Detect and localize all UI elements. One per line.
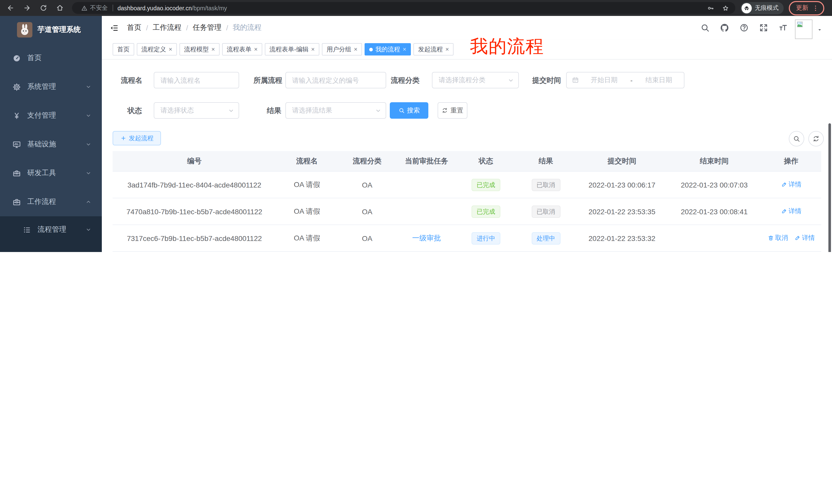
sidebar-menu: 首页 系统管理 支付管理 基础设施 研发工具 工作流程 流程管理 任务管理 我的… — [0, 44, 102, 252]
sidebar-item[interactable]: 首页 — [0, 44, 102, 73]
close-icon[interactable]: × — [254, 46, 258, 52]
avatar-caret-icon[interactable] — [816, 27, 823, 33]
sidebar-fold-button[interactable] — [108, 22, 120, 33]
filter-time-range[interactable]: 开始日期 - 结束日期 — [566, 72, 684, 88]
tab[interactable]: 流程定义 × — [137, 43, 177, 55]
sidebar-item[interactable]: 流程管理 — [0, 216, 102, 243]
menu-label: 首页 — [27, 53, 42, 63]
content: 流程名 所属流程 流程分类 请选择流程分类 提交时间 开始日期 - — [102, 60, 832, 252]
sidebar-item[interactable]: 系统管理 — [0, 73, 102, 101]
show-search-button[interactable] — [789, 131, 804, 146]
filter-name-input[interactable] — [154, 72, 239, 88]
sidebar-item[interactable]: 研发工具 — [0, 159, 102, 188]
chevron-down-icon — [508, 77, 514, 83]
browser-menu-icon[interactable] — [812, 4, 819, 11]
url-text: dashboard.yudao.iocoder.cn/bpm/task/my — [118, 5, 227, 11]
tab[interactable]: 发起流程 × — [413, 43, 453, 55]
security-status[interactable]: 不安全 — [81, 4, 108, 12]
tab[interactable]: 流程模型 × — [179, 43, 219, 55]
browser-forward-button[interactable] — [21, 2, 33, 14]
result-placeholder: 请选择流结果 — [286, 106, 375, 115]
sidebar-item[interactable]: 任务管理 — [0, 243, 102, 252]
column-header: 结果 — [515, 151, 576, 171]
cell-status: 已完成 — [457, 251, 515, 252]
filter-status-label: 状态 — [128, 102, 142, 119]
refresh-table-button[interactable] — [808, 131, 824, 146]
cell-status: 进行中 — [457, 225, 515, 251]
help-icon[interactable] — [739, 23, 749, 32]
password-key-icon[interactable] — [707, 4, 714, 11]
cell-result: 处理中 — [515, 225, 576, 251]
cell-name: OA 请假 — [276, 198, 338, 225]
table-row: 7317cec6-7b9b-11ec-b5b7-acde48001122 OA … — [113, 225, 821, 251]
browser-home-button[interactable] — [53, 2, 66, 14]
close-icon[interactable]: × — [169, 46, 172, 52]
cell-category: OA — [338, 171, 396, 198]
task-link[interactable]: 一级审批 — [412, 233, 441, 242]
close-icon[interactable]: × — [211, 46, 215, 52]
breadcrumb-item[interactable]: 首页 — [127, 23, 141, 32]
close-icon[interactable]: × — [402, 46, 406, 52]
tab[interactable]: 我的流程 × — [365, 43, 411, 55]
close-icon[interactable]: × — [354, 46, 357, 52]
tab-label: 我的流程 — [375, 45, 400, 54]
sidebar-item[interactable]: 工作流程 — [0, 188, 102, 216]
browser-reload-button[interactable] — [37, 2, 49, 14]
hamburger-icon — [110, 23, 119, 32]
font-size-icon[interactable] — [779, 23, 788, 32]
breadcrumb-item[interactable]: 任务管理 — [193, 23, 222, 32]
action-link[interactable]: 取消 — [768, 234, 788, 243]
action-label: 取消 — [775, 234, 788, 243]
tab[interactable]: 流程表单 × — [222, 43, 262, 55]
app-logo[interactable]: 芋道管理系统 — [0, 16, 102, 44]
tab-label: 首页 — [117, 45, 130, 54]
browser-back-button[interactable] — [4, 2, 17, 14]
cell-category: OA — [338, 198, 396, 225]
filter-status-select[interactable]: 请选择状态 — [154, 102, 239, 119]
sidebar-item[interactable]: 基础设施 — [0, 130, 102, 159]
address-bar[interactable]: 不安全 dashboard.yudao.iocoder.cn/bpm/task/… — [72, 2, 735, 14]
browser-update-button[interactable]: 更新 — [789, 1, 824, 15]
breadcrumb-item[interactable]: 我的流程 — [233, 23, 261, 32]
name-input[interactable] — [154, 73, 239, 88]
action-link[interactable]: 详情 — [794, 234, 815, 243]
scrollbar-thumb[interactable] — [828, 123, 831, 252]
cell-result: 通过 — [515, 251, 576, 252]
action-link[interactable]: 详情 — [781, 180, 801, 189]
sidebar-item[interactable]: 支付管理 — [0, 101, 102, 130]
bookmark-star-icon[interactable] — [722, 4, 729, 11]
table-row: 7470a810-7b9b-11ec-b5b7-acde48001122 OA … — [113, 198, 821, 225]
close-icon[interactable]: × — [311, 46, 315, 52]
update-label: 更新 — [796, 4, 808, 12]
filter-category-select[interactable]: 请选择流程分类 — [432, 72, 519, 88]
tab[interactable]: 用户分组 × — [322, 43, 362, 55]
cell-end-time: 2022-01-22 23:51:20 — [668, 251, 761, 252]
main-area: 首页/工作流程/任务管理/我的流程 我的流程 首页 流程定义 × 流程模型 × — [102, 16, 832, 252]
action-label: 详情 — [788, 180, 801, 189]
avatar[interactable] — [795, 20, 812, 39]
reset-button[interactable]: 重置 — [438, 102, 467, 119]
cell-actions: 取消 详情 — [761, 225, 821, 251]
search-button[interactable]: 搜索 — [390, 102, 428, 119]
search-icon[interactable] — [700, 23, 710, 32]
tab[interactable]: 首页 — [113, 43, 134, 55]
tab[interactable]: 流程表单-编辑 × — [265, 43, 319, 55]
logo-rabbit-icon — [17, 22, 32, 37]
start-process-button[interactable]: 发起流程 — [113, 131, 161, 145]
github-icon[interactable] — [720, 23, 729, 32]
filter-result-select[interactable]: 请选择流结果 — [285, 102, 386, 119]
breadcrumb-item[interactable]: 工作流程 — [153, 23, 182, 32]
chevron-down-icon — [375, 107, 382, 114]
status-placeholder: 请选择状态 — [154, 106, 228, 115]
active-dot — [369, 48, 373, 51]
fullscreen-icon[interactable] — [759, 23, 768, 32]
definition-input[interactable] — [286, 73, 386, 88]
close-icon[interactable]: × — [445, 46, 449, 52]
column-header: 编号 — [113, 151, 276, 171]
filter-definition-input[interactable] — [285, 72, 386, 88]
column-header: 操作 — [761, 151, 821, 171]
action-icon — [781, 208, 787, 215]
action-link[interactable]: 详情 — [781, 207, 801, 216]
column-header: 状态 — [457, 151, 515, 171]
cell-actions: 详情 — [761, 171, 821, 198]
